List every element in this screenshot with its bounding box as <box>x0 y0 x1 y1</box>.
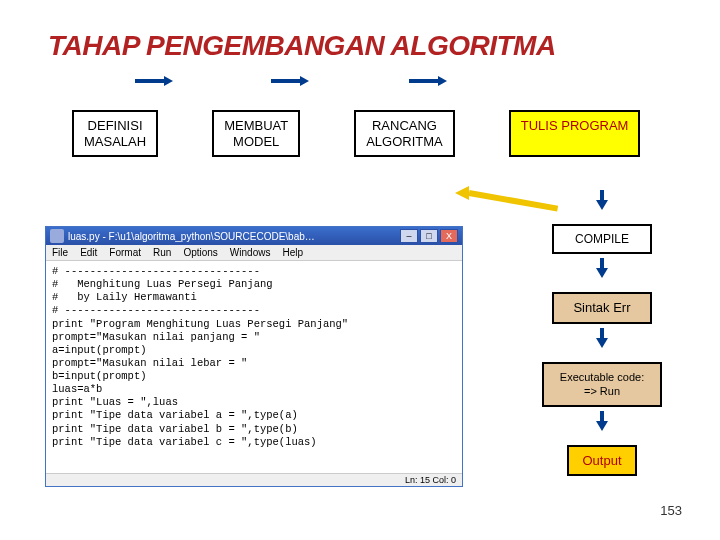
titlebar[interactable]: luas.py - F:\u1\algoritma_python\SOURCEC… <box>46 227 462 245</box>
minimize-button[interactable]: – <box>400 229 418 243</box>
menu-run[interactable]: Run <box>153 247 171 258</box>
stage-tulis: TULIS PROGRAM <box>509 110 641 157</box>
page-number: 153 <box>660 503 682 518</box>
flow-row: DEFINISIMASALAH MEMBUATMODEL RANCANGALGO… <box>0 62 720 157</box>
menu-options[interactable]: Options <box>183 247 217 258</box>
menu-format[interactable]: Format <box>109 247 141 258</box>
arrow-down-icon <box>596 200 608 210</box>
code-area[interactable]: # ------------------------------- # Meng… <box>46 261 462 473</box>
stage-model: MEMBUATMODEL <box>212 110 300 157</box>
arrow-down-icon <box>596 338 608 348</box>
arrow-icon <box>300 76 309 86</box>
app-icon <box>50 229 64 243</box>
stage-compile: COMPILE <box>552 224 652 254</box>
callout-arrow-icon <box>455 186 469 200</box>
window-title: luas.py - F:\u1\algoritma_python\SOURCEC… <box>68 231 396 242</box>
maximize-button[interactable]: □ <box>420 229 438 243</box>
menu-windows[interactable]: Windows <box>230 247 271 258</box>
window-buttons: – □ X <box>400 229 458 243</box>
arrow-down-icon <box>596 421 608 431</box>
menu-file[interactable]: File <box>52 247 68 258</box>
stage-exec: Executable code:=> Run <box>542 362 662 407</box>
stage-rancang: RANCANGALGORITMA <box>354 110 455 157</box>
arrow-icon <box>438 76 447 86</box>
stage-definisi: DEFINISIMASALAH <box>72 110 158 157</box>
editor-window: luas.py - F:\u1\algoritma_python\SOURCEC… <box>45 226 463 487</box>
stage-output: Output <box>567 445 637 477</box>
arrow-icon <box>164 76 173 86</box>
menu-edit[interactable]: Edit <box>80 247 97 258</box>
stage-sintak-err: Sintak Err <box>552 292 652 324</box>
statusbar: Ln: 15 Col: 0 <box>46 473 462 486</box>
menu-help[interactable]: Help <box>282 247 303 258</box>
arrow-down-icon <box>596 268 608 278</box>
menubar: File Edit Format Run Options Windows Hel… <box>46 245 462 261</box>
page-title: TAHAP PENGEMBANGAN ALGORITMA <box>0 0 720 62</box>
right-column: COMPILE Sintak Err Executable code:=> Ru… <box>522 200 682 476</box>
close-button[interactable]: X <box>440 229 458 243</box>
